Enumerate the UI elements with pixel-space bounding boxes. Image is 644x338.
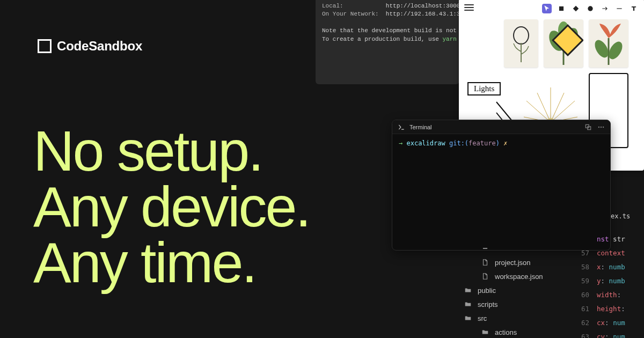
code-line: 61height: xyxy=(577,302,644,315)
terminal-title: Terminal xyxy=(409,124,432,130)
tree-label: workspace.json xyxy=(495,273,543,281)
plant-card-3[interactable] xyxy=(589,19,628,68)
file-icon xyxy=(481,258,489,267)
tree-label: actions xyxy=(495,328,517,336)
terminal-body[interactable]: → excalidraw git:(feature) ✗ xyxy=(392,134,610,152)
tool-arrow[interactable] xyxy=(600,4,610,13)
brand-name: CodeSandbox xyxy=(57,39,142,54)
code-line: 58x: numb xyxy=(577,260,644,274)
tool-circle[interactable] xyxy=(586,4,595,13)
file-icon xyxy=(481,272,489,281)
hero-line-2: Any device. xyxy=(33,179,310,235)
network-label: On Your Network: xyxy=(322,11,379,17)
file-tree[interactable]: project.json workspace.json public scrip… xyxy=(459,241,572,338)
prompt-dirty-icon: ✗ xyxy=(503,139,507,147)
tool-line[interactable] xyxy=(614,4,624,13)
devlog-note-2b: yarn build xyxy=(442,36,459,42)
terminal-titlebar: Terminal xyxy=(392,120,610,134)
tool-text[interactable] xyxy=(629,4,639,13)
folder-icon xyxy=(464,300,472,308)
tree-row-file[interactable]: project.json xyxy=(459,255,572,269)
code-line: 57context xyxy=(577,246,644,260)
code-line: 60width: xyxy=(577,288,644,302)
tree-row-folder[interactable]: public xyxy=(459,283,572,297)
terminal-icon xyxy=(398,123,405,131)
svg-point-1 xyxy=(588,6,592,11)
popout-icon[interactable] xyxy=(584,123,592,131)
prompt-arrow: → xyxy=(399,139,402,147)
prompt-dir: excalidraw xyxy=(406,139,445,147)
svg-point-12 xyxy=(601,126,602,127)
code-editor[interactable]: ex.ts nst str 57context 58x: numb 59y: n… xyxy=(577,212,644,338)
minus-icon xyxy=(481,244,489,253)
brand: CodeSandbox xyxy=(38,39,142,54)
svg-point-2 xyxy=(514,27,529,44)
prompt-branch: feature xyxy=(469,139,496,147)
canvas-label[interactable]: Lights xyxy=(467,82,501,95)
hamburger-icon[interactable] xyxy=(464,4,474,12)
prompt-git-open: git:( xyxy=(449,139,469,147)
tree-row-separator xyxy=(459,241,572,255)
tree-label: src xyxy=(478,314,487,322)
tree-row-folder[interactable]: scripts xyxy=(459,297,572,311)
tree-row-folder[interactable]: src xyxy=(459,311,572,325)
folder-icon xyxy=(464,286,472,295)
svg-point-11 xyxy=(598,126,599,127)
network-url: http://192.168.43.1:3000 xyxy=(386,11,459,17)
tool-diamond[interactable] xyxy=(571,4,581,13)
hero-line-3: Any time. xyxy=(33,235,310,291)
prompt-git-close: ) xyxy=(496,139,500,147)
tool-square[interactable] xyxy=(557,4,566,13)
code-line: 59y: numb xyxy=(577,274,644,288)
svg-point-13 xyxy=(603,126,604,127)
code-line: nst str xyxy=(577,232,644,246)
tree-label: scripts xyxy=(478,300,498,308)
folder-icon xyxy=(481,328,489,336)
tool-pointer[interactable] xyxy=(542,4,552,13)
plant-card-2[interactable] xyxy=(544,19,583,68)
local-label: Local: xyxy=(322,3,343,9)
tree-row-folder[interactable]: actions xyxy=(459,325,572,338)
canvas-toolbar xyxy=(539,2,642,15)
hero-line-1: No setup. xyxy=(33,123,310,179)
code-line: 62cx: num xyxy=(577,315,644,329)
svg-rect-0 xyxy=(559,6,564,11)
local-url: http://localhost:3000 xyxy=(386,3,459,9)
tree-label: project.json xyxy=(495,259,530,267)
devlog-note-2a: To create a production build, use xyxy=(322,36,442,42)
editor-tab[interactable]: ex.ts xyxy=(611,212,644,220)
brand-logo-icon xyxy=(38,39,52,53)
plant-card-1[interactable] xyxy=(504,19,538,68)
devlog-note-1: Note that the development build is not o… xyxy=(322,27,453,35)
hero-headline: No setup. Any device. Any time. xyxy=(33,123,310,291)
tree-label: public xyxy=(478,286,496,295)
folder-icon xyxy=(464,314,472,322)
devserver-log: Local: http://localhost:3000 On Your Net… xyxy=(316,0,459,84)
code-line: 63cy: num xyxy=(577,329,644,338)
kebab-icon[interactable] xyxy=(597,123,605,131)
tree-row-file[interactable]: workspace.json xyxy=(459,269,572,283)
